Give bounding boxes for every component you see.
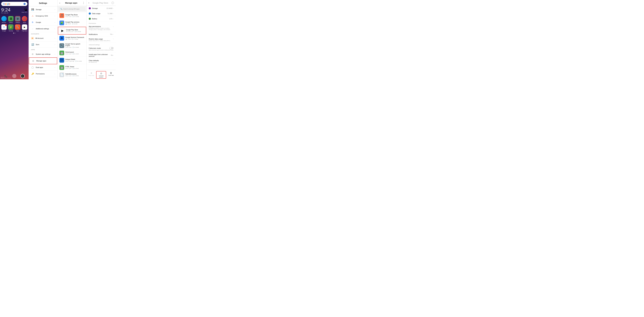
hotspot-shield-status: Used 4 days ago xyxy=(65,60,74,62)
gplay-store-info: Google Play Store Recently used 🕐 83.96M… xyxy=(66,29,84,32)
force-stop-icon: ✕ xyxy=(90,72,92,74)
detail-fullscreen[interactable]: Fullscreen mode Allow selected apps to w… xyxy=(87,46,116,52)
app-item-html-viewer[interactable]: 🤖 HTML Viewer Never used 🕐 53.25KB xyxy=(58,64,86,71)
info-icon[interactable]: i xyxy=(112,2,114,4)
app-gallery[interactable]: 🖼 Gallery xyxy=(8,16,14,23)
gplay-services-name: Google Play services xyxy=(65,21,85,23)
battery-chevron: › xyxy=(113,18,114,20)
gplay-music-name: Google Play Music xyxy=(65,14,85,16)
hybrid-size: 🕐 53.25KB xyxy=(72,75,79,76)
app-browser[interactable]: 🌐 Browser xyxy=(1,16,7,23)
app-item-gplay-services[interactable]: 🧩 Google Play services 📊 134MB 🕐 381MB xyxy=(58,19,86,27)
mi-account-chevron: › xyxy=(55,37,55,39)
battery-value: 1.6% xyxy=(109,18,112,20)
app-grid: 🌐 Browser 🖼 Gallery ⚙ Settings 🎵 Music G… xyxy=(1,16,28,31)
app-item-hybrid[interactable]: 📄 HybridAccessory Never used 🕐 53.25KB xyxy=(58,71,86,78)
detail-install-unknown[interactable]: Install apps from unknown sources No › xyxy=(87,52,116,58)
camera-btn[interactable] xyxy=(20,74,25,78)
detail-app-permissions[interactable]: App permissions › Manage permissions rel… xyxy=(87,24,116,32)
app-item-homelayout[interactable]: 🤖 HomeLayout Never used 🕐 61.44KB xyxy=(58,49,86,57)
homelayout-info: HomeLayout Never used 🕐 61.44KB xyxy=(65,51,85,55)
storage-item-label: Storage xyxy=(92,7,106,9)
security-app-icon: ⚡ xyxy=(8,24,14,30)
settings-item-app-lock[interactable]: 🔒 App lock › xyxy=(28,77,58,79)
app-music[interactable]: 🎵 Music xyxy=(22,16,28,23)
settings-item-emergency[interactable]: ⚠ Emergency SOS › xyxy=(28,13,58,19)
gallery-label: Gallery xyxy=(9,22,13,23)
security-label: Security xyxy=(9,30,13,31)
html-viewer-icon: 🤖 xyxy=(60,65,64,70)
settings-item-additional[interactable]: ··· Additional settings › xyxy=(28,25,58,32)
gservices-fw-meta: 📊 7.1MB 🕐 47.54MB xyxy=(65,38,85,40)
app-item-hotspot-shield[interactable]: 🛡 Hotspot Shield Used 4 days ago 🕐 36.54… xyxy=(58,57,86,64)
mic-icon[interactable]: 🎤 xyxy=(24,3,26,5)
google-settings-label: Google xyxy=(36,21,55,23)
settings-item-system-apps[interactable]: ⚙ System app settings › xyxy=(28,51,58,57)
manage-apps-more-btn[interactable]: ⋮ xyxy=(82,1,85,4)
detail-notifications[interactable]: Notifications Yes › xyxy=(87,32,116,37)
home-btn[interactable] xyxy=(12,74,16,78)
home-screen: Google 🎤 9:24 Fri, June 28 🌤 Clear 33°C … xyxy=(0,0,28,79)
settings-panel: Settings 💾 Storage › ⚠ Emergency SOS › G… xyxy=(28,0,58,79)
notifications-chevron: › xyxy=(113,33,114,35)
settings-item-dual-apps[interactable]: ◯ Dual apps › xyxy=(28,64,58,71)
battery-dot-icon xyxy=(89,18,91,20)
app-item-gservices-fw[interactable]: ⚙ Google Services Framework 📊 7.1MB 🕐 47… xyxy=(58,35,86,42)
manage-apps-icon: ⊞ xyxy=(32,59,35,62)
manage-apps-header: ‹ Manage apps ⋮ xyxy=(58,0,86,6)
app-item-gplay-music[interactable]: 🎵 Google Play Music Never used 🕐 18.32MB xyxy=(58,12,86,19)
clear-defaults-sub: No defaults set. xyxy=(89,62,97,63)
app-playstore[interactable]: ▶ Play Store xyxy=(22,24,28,31)
settings-item-permissions[interactable]: 🔑 Permissions › xyxy=(28,71,58,77)
restrict-data-label: Restrict data usage xyxy=(89,38,113,40)
gplay-store-icon: ▶ xyxy=(60,28,65,33)
detail-restrict-data[interactable]: Restrict data usage › Mobile data (SIM 1… xyxy=(87,37,116,43)
google-search-bar[interactable]: Google 🎤 xyxy=(1,2,28,6)
gtts-name: Google Text-to-speech Engine xyxy=(65,43,85,46)
app-security[interactable]: ⚡ Security xyxy=(8,24,14,31)
detail-data-usage[interactable]: Data usage 72.3MB › xyxy=(87,11,116,16)
accounts-section-header: ACCOUNTS xyxy=(28,32,58,35)
clear-data-action[interactable]: 🗑 Clear data xyxy=(106,71,116,79)
uninstall-updates-action[interactable]: ⊘ Uninstall updates xyxy=(96,71,106,79)
permissions-section-header: Permissions xyxy=(87,21,116,24)
gplay-services-icon: 🧩 xyxy=(60,20,64,25)
data-usage-chevron: › xyxy=(113,13,114,14)
time-weather-widget: 9:24 Fri, June 28 🌤 Clear 33°C xyxy=(1,7,28,14)
settings-item-manage-apps[interactable]: ⊞ Manage apps › xyxy=(29,57,57,64)
google-badge: 1 xyxy=(5,24,7,26)
uninstall-updates-label: Uninstall updates xyxy=(97,75,106,78)
detail-clear-defaults[interactable]: Clear defaults › No defaults set. xyxy=(87,58,116,64)
gtts-icon: 🔊 xyxy=(60,43,64,48)
app-item-gtts[interactable]: 🔊 Google Text-to-speech Engine Never use… xyxy=(58,42,86,49)
app-permissions-label: App permissions xyxy=(89,25,113,27)
gplay-services-info: Google Play services 📊 134MB 🕐 381MB xyxy=(65,21,85,24)
manage-apps-search[interactable]: 🔍 Search among 280 apps xyxy=(59,7,85,11)
detail-storage[interactable]: Storage 83.96MB › xyxy=(87,6,116,11)
app-tools[interactable]: 🔧 Tools xyxy=(15,24,20,31)
detail-battery[interactable]: Battery 1.6% › xyxy=(87,16,116,21)
app-settings[interactable]: ⚙ Settings xyxy=(15,16,20,23)
system-apps-chevron: › xyxy=(55,53,55,55)
system-apps-label: System app settings xyxy=(36,53,55,55)
app-item-gplay-store[interactable]: ▶ Google Play Store Recently used 🕐 83.9… xyxy=(58,27,86,34)
storage-dot-icon xyxy=(89,7,91,9)
force-stop-action[interactable]: ✕ Force stop xyxy=(87,71,96,79)
clear-defaults-label: Clear defaults xyxy=(89,60,113,61)
gplay-music-icon: 🎵 xyxy=(60,13,64,18)
settings-item-storage[interactable]: 💾 Storage › xyxy=(28,6,58,13)
gservices-fw-name: Google Services Framework xyxy=(65,36,85,38)
install-unknown-chevron: › xyxy=(113,54,114,56)
settings-item-sync[interactable]: 🔄 Sync › xyxy=(28,41,58,48)
detail-list: Storage 83.96MB › Data usage 72.3MB › Ba… xyxy=(87,6,116,70)
fullscreen-toggle[interactable] xyxy=(110,47,114,49)
settings-title: Settings xyxy=(39,2,47,4)
settings-item-google[interactable]: G Google › xyxy=(28,19,58,25)
homelayout-status: Never used xyxy=(65,53,72,55)
settings-item-mi-account[interactable]: Mi Mi Account › xyxy=(28,35,58,41)
gplay-store-size: 🕐 83.96MB xyxy=(74,31,81,32)
gplay-services-meta: 📊 134MB 🕐 381MB xyxy=(65,23,85,24)
gplay-music-size: 🕐 18.32MB xyxy=(72,16,79,17)
clear-defaults-chevron: › xyxy=(113,60,114,61)
app-google[interactable]: G 1 Google xyxy=(1,24,7,31)
